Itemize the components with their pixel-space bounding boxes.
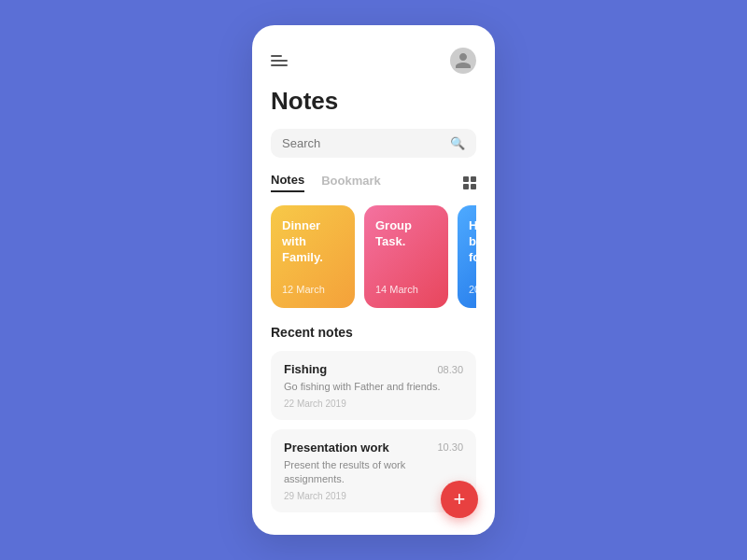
recent-item-header: Presentation work 10.30: [284, 441, 463, 455]
recent-item-title: Fishing: [284, 362, 327, 376]
card-date: 20 M: [469, 284, 476, 295]
recent-item-desc: Go fishing with Father and friends.: [284, 380, 463, 394]
recent-item-date: 22 March 2019: [284, 399, 463, 409]
note-card-group-task[interactable]: Group Task. 14 March: [364, 205, 448, 308]
cards-row: Dinner with Family. 12 March Group Task.…: [271, 205, 476, 308]
search-bar[interactable]: 🔍: [271, 129, 476, 158]
recent-notes-title: Recent notes: [271, 325, 476, 340]
menu-icon[interactable]: [271, 55, 288, 66]
recent-item-time: 08.30: [437, 364, 463, 375]
recent-item-title: Presentation work: [284, 441, 389, 455]
tabs-row: Notes Bookmark: [271, 173, 476, 192]
recent-item-desc: Present the results of work assignments.: [284, 458, 463, 487]
recent-item-header: Fishing 08.30: [284, 362, 463, 376]
avatar[interactable]: [450, 48, 476, 74]
card-title: Group Task.: [375, 218, 437, 250]
search-input[interactable]: [282, 136, 450, 150]
card-date: 12 March: [282, 284, 344, 295]
card-title: Dinner with Family.: [282, 218, 344, 266]
grid-view-icon[interactable]: [463, 176, 476, 189]
note-card-dinner[interactable]: Dinner with Family. 12 March: [271, 205, 355, 308]
phone-card: Notes 🔍 Notes Bookmark Dinner with Famil…: [252, 25, 495, 534]
recent-item-date: 29 March 2019: [284, 491, 463, 501]
card-title: Happ birth for m: [469, 218, 476, 266]
add-note-button[interactable]: +: [441, 481, 478, 518]
plus-icon: +: [454, 489, 466, 510]
recent-item-time: 10.30: [437, 441, 463, 453]
top-bar: [271, 48, 476, 74]
note-card-birthday[interactable]: Happ birth for m 20 M: [458, 205, 476, 308]
card-date: 14 March: [375, 284, 437, 295]
page-title: Notes: [271, 87, 476, 116]
tab-notes[interactable]: Notes: [271, 173, 304, 192]
recent-item-fishing[interactable]: Fishing 08.30 Go fishing with Father and…: [271, 351, 476, 419]
search-icon: 🔍: [450, 136, 465, 150]
tab-bookmark[interactable]: Bookmark: [321, 174, 381, 191]
